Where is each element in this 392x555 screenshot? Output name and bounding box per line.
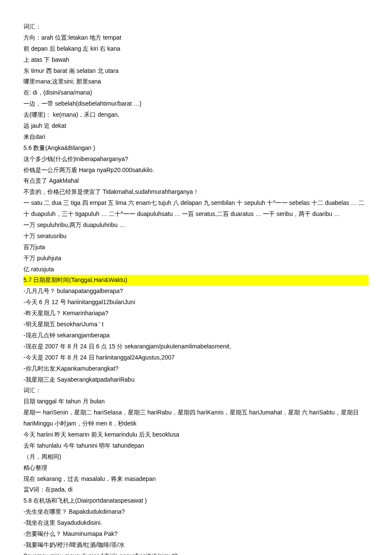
text-line: 亿 ratusjuta	[23, 264, 369, 275]
text-line: 一 satu 二 dua 三 tiga 四 empat 五 lima 六 ena…	[23, 198, 369, 220]
text-line: 十万 seratusribu	[23, 231, 369, 242]
text-line: -今天是 2007 年 8 月 24 日 hariinitanggal24Agu…	[23, 352, 369, 363]
text-line: 前 depan 后 belakang 左 kiri 右 kana	[23, 43, 369, 55]
text-line: -现在是 2007 年 8 月 24 日 6 点 15 分 sekarangja…	[23, 341, 369, 352]
text-line: 东 timur 西 barat 南 selatan 北 utara	[23, 66, 369, 77]
text-line: 一边，一带 sebelah(disebelahtimur/barat …)	[23, 98, 369, 109]
text-line: -今天 6 月 12 号 hariinitanggal12bulanJuni	[23, 297, 369, 308]
text-line: 5.6 数量(Angka&Bilangan )	[23, 143, 369, 154]
text-line: 在: di，(disini/sana/mana)	[23, 87, 369, 98]
text-line: 现在 sekarang，过去 masalalu，将来 masadepan	[23, 474, 369, 485]
text-line: -明天星期五 besokhariJuma ' t	[23, 319, 369, 330]
text-line: 星期一 hariSenin，星期二 hariSelasa，星期三 hariRab…	[23, 407, 369, 429]
text-line: 去年 tahunlalu 今年 tahunini 明年 tahundepan	[23, 440, 369, 451]
highlighted-line: 5.7 日期星期时间(Tanggal,Hari&Waktu)	[23, 275, 369, 286]
text-line: 精心整理	[23, 463, 369, 474]
text-line: 干万 puluhjuta	[23, 253, 369, 264]
text-line: 有点贵了 AgakMahal	[23, 175, 369, 187]
text-line: 畐V词：在pada, di	[23, 484, 369, 495]
text-line: 哪里mana;这里sini; 那里sana	[23, 76, 369, 87]
text-line: 上 atas 下 bawah	[23, 55, 369, 66]
text-line: 今天 hariini 昨天 kemarin 前天 kemarindulu 后天 …	[23, 429, 369, 440]
text-line: 不贵的，价格已经算是便宜了 Tidakmahal,sudahmurahharga…	[23, 187, 369, 198]
text-line: -几月几号？ bulanapatanggalberapa?	[23, 286, 369, 297]
document-body: 词汇：方向：arah 位置:letakan 地方 tempat前 depan 后…	[23, 21, 369, 555]
text-line: Sayamau minu msusu/jusjeruk/bir/a nggur/…	[23, 551, 369, 555]
text-line: 词汇：	[23, 385, 369, 396]
text-line: 价钱是一公斤两万盾 Harga nyaRp20.000satukilo.	[23, 165, 369, 176]
text-line: （月，周相同)	[23, 451, 369, 463]
text-line: 一万 sepuluhribu,两万 duapuluhribu …	[23, 220, 369, 231]
text-line: 来自dari	[23, 132, 369, 143]
text-line: 5.8 在机场和飞机上(Diairportdanataspesawat )	[23, 495, 369, 506]
text-line: -先生坐在哪里？ Bapakdudukdimana?	[23, 506, 369, 518]
text-line: 远 jauh 近 dekat	[23, 121, 369, 132]
text-line: -现在几点钟 sekarangjamberapa	[23, 330, 369, 341]
text-line: -你几时出发;Kapankamuberangkat?	[23, 363, 369, 374]
text-line: -我星期三走 SayaberangkatpadahariRabu	[23, 374, 369, 385]
text-line: 去(哪里)： ke(mana)，禾口 dengan,	[23, 109, 369, 121]
text-line: 这个多少钱(什么价)Iniberapaharganya?	[23, 154, 369, 165]
text-line: -我坐在这里 Sayadudukdisini.	[23, 518, 369, 529]
text-line: 词汇：	[23, 21, 369, 32]
text-line: -您要喝什么？ Mauminumapa Pak?	[23, 529, 369, 540]
text-line: 日期 tanggal 年 tahun 月 bulan	[23, 396, 369, 407]
text-line: 方向：arah 位置:letakan 地方 tempat	[23, 32, 369, 43]
text-line: -昨天星期几？ Kemarinhariapa?	[23, 308, 369, 319]
text-line: -我要喝牛奶/橙汁/啤酒/红酒/咖啡/茶/水	[23, 540, 369, 551]
text-line: 百万juta	[23, 242, 369, 253]
